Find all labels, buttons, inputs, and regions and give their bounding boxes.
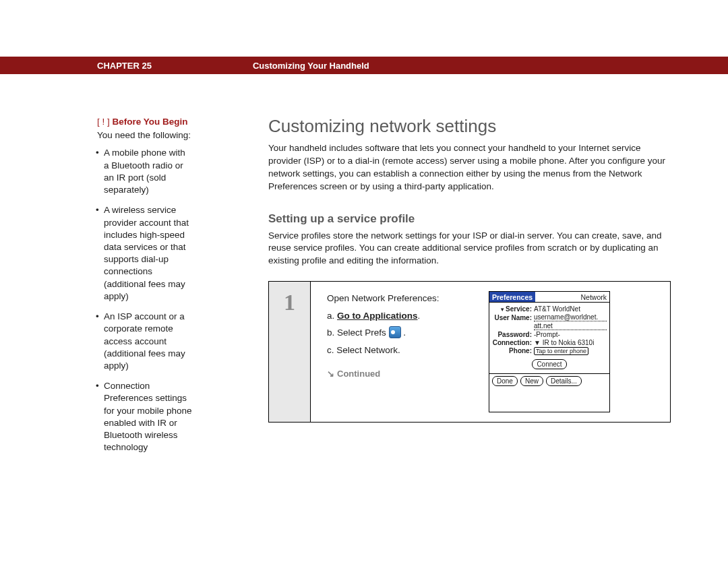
details-button[interactable]: Details... — [546, 376, 582, 386]
service-label: Service: — [506, 305, 532, 313]
prefs-icon — [389, 326, 401, 338]
palm-preferences-screenshot: Preferences Network ▼Service: AT&T World… — [489, 291, 610, 412]
done-button[interactable]: Done — [492, 376, 518, 386]
step-a: a. Go to Applications. — [327, 309, 468, 323]
continued-arrow-icon: ↘ — [327, 367, 334, 381]
alert-brackets: [ ! ] — [97, 117, 110, 127]
step-lead: Open Network Preferences: — [327, 291, 468, 306]
continued-label: ↘Continued — [327, 367, 468, 381]
connection-value: ▼ IR to Nokia 6310i — [534, 339, 607, 346]
username-label: User Name: — [494, 314, 532, 321]
dropdown-triangle-icon: ▼ — [499, 307, 505, 313]
chapter-header-bar: CHAPTER 25 Customizing Your Handheld — [0, 57, 728, 74]
list-item: Connection Preferences settings for your… — [97, 380, 193, 454]
subheading: Setting up a service profile — [268, 212, 671, 226]
username-value-1: username@worldnet. — [534, 313, 607, 321]
phone-label: Phone: — [509, 347, 532, 354]
subintro-paragraph: Service profiles store the network setti… — [268, 230, 671, 268]
list-item: A mobile phone with a Bluetooth radio or… — [97, 147, 193, 196]
sidebar-before-you-begin: [ ! ] Before You Begin You need the foll… — [0, 116, 209, 462]
list-item: A wireless service provider account that… — [97, 204, 193, 303]
chapter-label: CHAPTER 25 — [97, 61, 152, 71]
go-to-applications-link[interactable]: Go to Applications — [337, 311, 418, 321]
page-heading: Customizing network settings — [268, 116, 671, 137]
service-value: AT&T WorldNet — [534, 305, 607, 313]
palm-title-right: Network — [535, 293, 609, 301]
intro-paragraph: Your handheld includes software that let… — [268, 142, 671, 193]
byb-list: A mobile phone with a Bluetooth radio or… — [97, 147, 193, 454]
password-value: -Prompt- — [534, 331, 607, 338]
connection-label: Connection: — [493, 339, 532, 346]
username-value-2: att.net — [534, 322, 607, 330]
password-label: Password: — [497, 331, 532, 338]
connect-button[interactable]: Connect — [532, 359, 566, 369]
chapter-title: Customizing Your Handheld — [253, 61, 369, 71]
byb-intro: You need the following: — [97, 129, 193, 142]
step-b: b. Select Prefs . — [327, 325, 468, 340]
palm-title-left: Preferences — [489, 292, 535, 302]
phone-value: Tap to enter phone — [534, 347, 607, 354]
screenshot-area: Preferences Network ▼Service: AT&T World… — [489, 291, 659, 412]
dropdown-triangle-icon: ▼ — [534, 339, 541, 346]
before-you-begin-label: [ ! ] Before You Begin — [97, 116, 193, 128]
byb-text: Before You Begin — [113, 117, 188, 127]
new-button[interactable]: New — [520, 376, 543, 386]
list-item: An ISP account or a corporate remote acc… — [97, 311, 193, 372]
step-c: c. Select Network. — [327, 343, 468, 358]
step-number: 1 — [284, 290, 295, 315]
step-number-cell: 1 — [269, 282, 311, 422]
step-box: 1 Open Network Preferences: a. Go to App… — [268, 281, 671, 423]
main-content: Customizing network settings Your handhe… — [209, 116, 671, 462]
step-instructions: Open Network Preferences: a. Go to Appli… — [327, 291, 468, 412]
